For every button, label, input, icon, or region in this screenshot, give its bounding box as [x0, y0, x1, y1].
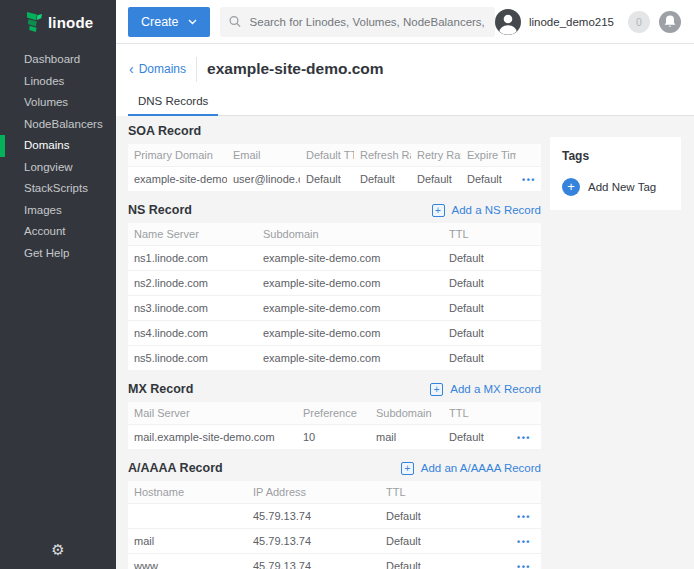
sidebar-item-nodebalancers[interactable]: NodeBalancers	[0, 114, 116, 136]
cell-ttl: Default	[443, 431, 503, 443]
cell-name-server: ns2.linode.com	[128, 277, 257, 289]
user-avatar[interactable]	[495, 9, 521, 35]
add-mx-record-link[interactable]: + Add a MX Record	[430, 383, 541, 396]
tab-dns-records[interactable]: DNS Records	[128, 89, 218, 116]
column-header: Retry Rate	[411, 149, 461, 161]
page: ‹ Domains example-site-demo.com DNS Reco…	[116, 44, 694, 569]
page-header: ‹ Domains example-site-demo.com DNS Reco…	[116, 44, 694, 116]
table-row: mail 45.79.13.74 Default •••	[128, 528, 541, 553]
sidebar-item-volumes[interactable]: Volumes	[0, 92, 116, 114]
column-header: Refresh Rate	[354, 149, 411, 161]
user-area: linode_demo215 0	[495, 9, 694, 35]
breadcrumb-divider	[196, 57, 197, 82]
page-title: example-site-demo.com	[207, 60, 384, 78]
notification-count-badge[interactable]: 0	[628, 11, 650, 33]
plus-box-icon: +	[430, 383, 443, 396]
column-header: Expire Time	[461, 149, 516, 161]
notification-count: 0	[636, 16, 642, 28]
cell-preference: 10	[297, 431, 370, 443]
cell-ip-address: 45.79.13.74	[247, 535, 380, 547]
add-ns-record-link[interactable]: + Add a NS Record	[432, 204, 542, 217]
table-row: www 45.79.13.74 Default •••	[128, 553, 541, 569]
breadcrumb-back-link[interactable]: ‹ Domains	[129, 62, 186, 76]
sidebar-item-domains[interactable]: Domains	[0, 135, 116, 157]
notifications-button[interactable]	[659, 11, 681, 33]
cell-subdomain: example-site-demo.com	[257, 352, 443, 364]
plus-box-icon: +	[401, 462, 414, 475]
column-header: Subdomain	[257, 228, 443, 240]
cell-subdomain: example-site-demo.com	[257, 277, 443, 289]
cell-expire-time: Default	[461, 173, 516, 185]
soa-record-table: Primary Domain Email Default TTL Refresh…	[128, 144, 541, 191]
linode-logo-icon	[26, 11, 43, 33]
sidebar: linode Dashboard Linodes Volumes NodeBal…	[0, 0, 116, 569]
ns-record-table: Name Server Subdomain TTL ns1.linode.com…	[128, 223, 541, 370]
row-actions-button[interactable]: •••	[517, 433, 531, 443]
add-new-tag-label: Add New Tag	[588, 181, 656, 193]
tab-bar: DNS Records	[128, 89, 694, 116]
cell-name-server: ns1.linode.com	[128, 252, 257, 264]
mx-table-header: Mail Server Preference Subdomain TTL	[128, 402, 541, 424]
column-header: IP Address	[247, 486, 380, 498]
sidebar-item-longview[interactable]: Longview	[0, 157, 116, 179]
sidebar-item-get-help[interactable]: Get Help	[0, 243, 116, 265]
sidebar-item-stackscripts[interactable]: StackScripts	[0, 178, 116, 200]
cell-ttl: Default	[380, 535, 470, 547]
sidebar-item-images[interactable]: Images	[0, 200, 116, 222]
tags-column: Tags + Add New Tag	[550, 137, 681, 210]
cell-hostname: mail	[128, 535, 247, 547]
column-header: TTL	[443, 407, 503, 419]
cell-subdomain: example-site-demo.com	[257, 302, 443, 314]
table-row: ns3.linode.com example-site-demo.com Def…	[128, 295, 541, 320]
search-icon	[229, 15, 241, 28]
add-a-record-link[interactable]: + Add an A/AAAA Record	[401, 462, 541, 475]
row-actions-button[interactable]: •••	[517, 512, 531, 522]
chevron-down-icon	[188, 19, 197, 25]
column-header: Hostname	[128, 486, 247, 498]
row-actions-button[interactable]: •••	[522, 175, 536, 185]
add-ns-record-label: Add a NS Record	[452, 204, 542, 216]
column-header: TTL	[380, 486, 470, 498]
sidebar-item-account[interactable]: Account	[0, 221, 116, 243]
username[interactable]: linode_demo215	[529, 16, 614, 28]
cell-retry-rate: Default	[411, 173, 461, 185]
records-column: SOA Record Primary Domain Email Default …	[128, 123, 541, 569]
linode-logo[interactable]: linode	[0, 0, 116, 44]
cell-refresh-rate: Default	[354, 173, 411, 185]
back-chevron-icon: ‹	[129, 62, 134, 76]
mx-record-table: Mail Server Preference Subdomain TTL mai…	[128, 402, 541, 449]
a-record-table: Hostname IP Address TTL 45.79.13.74 Defa…	[128, 481, 541, 569]
cell-subdomain: example-site-demo.com	[257, 252, 443, 264]
tags-panel: Tags + Add New Tag	[550, 137, 681, 210]
bell-icon	[664, 15, 676, 28]
row-actions-button[interactable]: •••	[517, 537, 531, 547]
cell-ttl: Default	[443, 277, 541, 289]
create-button[interactable]: Create	[128, 7, 210, 37]
row-actions-button[interactable]: •••	[517, 562, 531, 569]
sidebar-item-linodes[interactable]: Linodes	[0, 71, 116, 93]
tags-panel-title: Tags	[562, 149, 669, 163]
breadcrumb: ‹ Domains example-site-demo.com	[116, 52, 694, 86]
add-new-tag-button[interactable]: + Add New Tag	[562, 178, 669, 196]
cell-primary-domain: example-site-demo.com	[128, 173, 227, 185]
column-header: Preference	[297, 407, 370, 419]
column-header: Subdomain	[370, 407, 443, 419]
cell-hostname: www	[128, 560, 247, 569]
a-section-title: A/AAAA Record	[128, 461, 223, 475]
cell-ttl: Default	[443, 302, 541, 314]
linode-logo-text: linode	[48, 14, 93, 31]
sidebar-item-dashboard[interactable]: Dashboard	[0, 49, 116, 71]
cell-ttl: Default	[443, 327, 541, 339]
table-row: example-site-demo.com user@linode.com De…	[128, 166, 541, 191]
search-input[interactable]	[248, 15, 486, 29]
cell-ttl: Default	[443, 252, 541, 264]
cell-name-server: ns4.linode.com	[128, 327, 257, 339]
cell-default-ttl: Default	[300, 173, 354, 185]
column-header: Default TTL	[300, 149, 354, 161]
cell-ttl: Default	[380, 510, 470, 522]
settings-gear-icon[interactable]: ⚙	[0, 541, 116, 559]
add-a-record-label: Add an A/AAAA Record	[421, 462, 541, 474]
table-row: ns5.linode.com example-site-demo.com Def…	[128, 345, 541, 370]
table-row: ns1.linode.com example-site-demo.com Def…	[128, 245, 541, 270]
search-box[interactable]	[220, 7, 495, 37]
